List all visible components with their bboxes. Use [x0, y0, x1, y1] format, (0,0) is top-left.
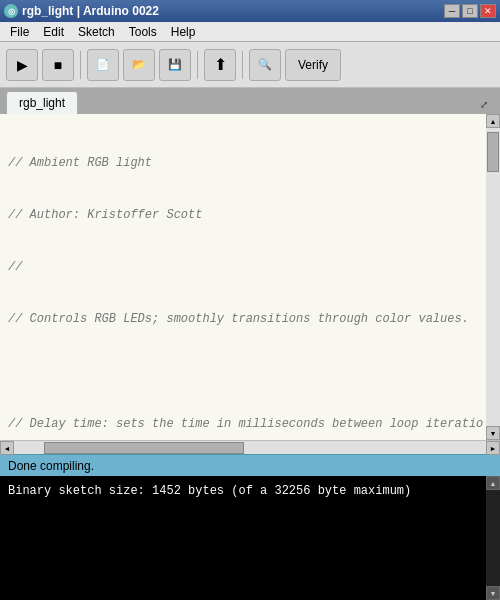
toolbar-separator-2 [197, 51, 198, 79]
code-line-2: // Author: Kristoffer Scott [8, 207, 478, 224]
toolbar: ▶ ■ 📄 📂 💾 ⬆ 🔍 Verify [0, 42, 500, 88]
title-bar-left: ◎ rgb_light | Arduino 0022 [4, 4, 159, 18]
save-button[interactable]: 💾 [159, 49, 191, 81]
horizontal-scrollbar[interactable]: ◄ ► [0, 440, 500, 454]
code-line-4: // Controls RGB LEDs; smoothly transitio… [8, 311, 478, 328]
menu-item-file[interactable]: File [4, 23, 35, 41]
verify-button[interactable]: Verify [285, 49, 341, 81]
tab-label: rgb_light [19, 96, 65, 110]
window-controls[interactable]: ─ □ ✕ [444, 4, 496, 18]
tab-expand-button[interactable]: ⤢ [474, 94, 494, 114]
menu-item-edit[interactable]: Edit [37, 23, 70, 41]
code-line-3: // [8, 259, 478, 276]
console-container: Binary sketch size: 1452 bytes (of a 322… [0, 476, 500, 600]
status-text: Done compiling. [8, 459, 94, 473]
toolbar-separator-3 [242, 51, 243, 79]
code-editor[interactable]: // Ambient RGB light // Author: Kristoff… [0, 114, 486, 440]
new-button[interactable]: 📄 [87, 49, 119, 81]
scroll-thumb-h[interactable] [44, 442, 244, 454]
console-scroll-track [486, 490, 500, 586]
tab-bar: rgb_light ⤢ [0, 88, 500, 114]
vertical-scrollbar[interactable]: ▲ ▼ [486, 114, 500, 440]
stop-button[interactable]: ■ [42, 49, 74, 81]
code-area: // Ambient RGB light // Author: Kristoff… [0, 114, 500, 440]
scroll-up-arrow[interactable]: ▲ [486, 114, 500, 128]
scroll-track-v[interactable] [486, 128, 500, 426]
code-line-5 [8, 363, 478, 380]
toolbar-separator-1 [80, 51, 81, 79]
menu-item-tools[interactable]: Tools [123, 23, 163, 41]
tab-rgb-light[interactable]: rgb_light [6, 91, 78, 114]
console-output: Binary sketch size: 1452 bytes (of a 322… [0, 476, 500, 600]
code-line-6: // Delay time: sets the time in millisec… [8, 416, 478, 433]
upload-button[interactable]: ⬆ [204, 49, 236, 81]
menu-item-help[interactable]: Help [165, 23, 202, 41]
console-scroll-up[interactable]: ▲ [486, 476, 500, 490]
maximize-button[interactable]: □ [462, 4, 478, 18]
window-title: rgb_light | Arduino 0022 [22, 4, 159, 18]
scroll-down-arrow[interactable]: ▼ [486, 426, 500, 440]
scroll-track-h[interactable] [14, 441, 486, 454]
editor-status-bar: Done compiling. [0, 454, 500, 476]
serial-monitor-button[interactable]: 🔍 [249, 49, 281, 81]
close-button[interactable]: ✕ [480, 4, 496, 18]
play-button[interactable]: ▶ [6, 49, 38, 81]
console-scroll-down[interactable]: ▼ [486, 586, 500, 600]
menu-item-sketch[interactable]: Sketch [72, 23, 121, 41]
open-button[interactable]: 📂 [123, 49, 155, 81]
app-icon: ◎ [4, 4, 18, 18]
scroll-thumb-v[interactable] [487, 132, 499, 172]
scroll-left-arrow[interactable]: ◄ [0, 441, 14, 455]
console-line-3: Binary sketch size: 1452 bytes (of a 322… [8, 482, 492, 500]
menu-bar: FileEditSketchToolsHelp [0, 22, 500, 42]
scroll-right-arrow[interactable]: ► [486, 441, 500, 455]
minimize-button[interactable]: ─ [444, 4, 460, 18]
main-content: rgb_light ⤢ // Ambient RGB light // Auth… [0, 88, 500, 600]
code-line-1: // Ambient RGB light [8, 155, 478, 172]
console-scrollbar[interactable]: ▲ ▼ [486, 476, 500, 600]
editor-container: // Ambient RGB light // Author: Kristoff… [0, 114, 500, 454]
title-bar: ◎ rgb_light | Arduino 0022 ─ □ ✕ [0, 0, 500, 22]
